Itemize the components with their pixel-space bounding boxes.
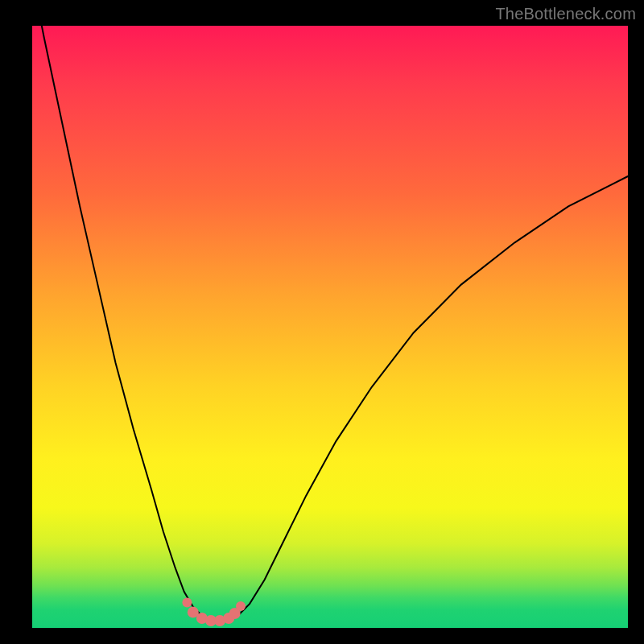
watermark-text: TheBottleneck.com xyxy=(495,5,636,23)
plot-area xyxy=(32,26,628,628)
trough-marker xyxy=(182,598,192,608)
curve-layer xyxy=(32,26,628,628)
chart-frame: TheBottleneck.com xyxy=(0,0,644,644)
bottleneck-curve xyxy=(32,0,628,621)
trough-marker xyxy=(236,601,246,611)
